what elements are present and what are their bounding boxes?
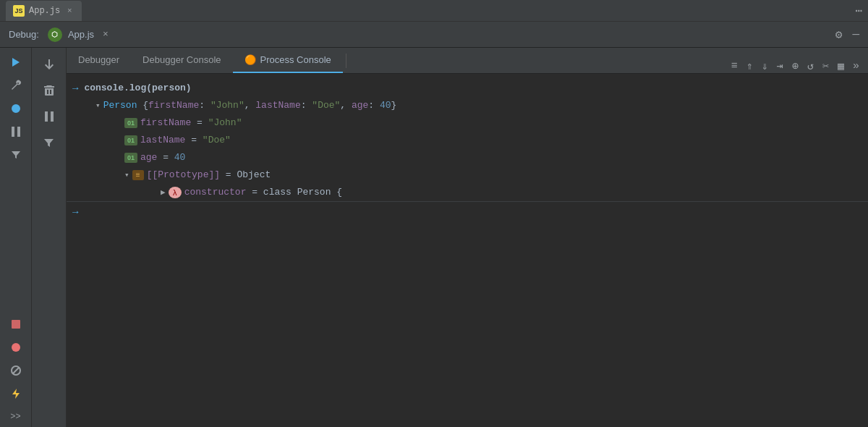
type-badge-lastname: 01 [124, 135, 137, 145]
tab-debugger-console[interactable]: Debugger Console [131, 48, 232, 73]
svg-rect-7 [51, 111, 54, 122]
delete-panel-icon[interactable] [38, 80, 60, 101]
key-age: age [140, 151, 157, 165]
object-preview: { [142, 98, 148, 113]
val-firstname: "John" [208, 116, 242, 130]
console-output: → console.log(person) ▾ Person { firstNa… [67, 74, 868, 427]
cut-icon[interactable]: ✂ [822, 59, 829, 73]
debugger-panel [32, 48, 67, 427]
expand-icon[interactable]: >> [6, 407, 26, 427]
prompt-arrow: → [72, 81, 78, 96]
svg-rect-6 [45, 111, 48, 122]
resume-icon[interactable] [6, 52, 26, 72]
console-input-area: → [67, 201, 868, 222]
grid-icon[interactable]: ▦ [838, 59, 844, 73]
tab-toolbar-icons: ≡ ⇑ ⇓ ⇥ ⊕ ↺ ✂ ▦ » [731, 59, 868, 73]
app-js-tab[interactable]: JS App.js × [6, 1, 82, 21]
lambda-badge: λ [169, 187, 182, 198]
object-root-line: ▾ Person { firstName : "John" , lastName… [67, 97, 868, 114]
type-badge-firstname: 01 [124, 118, 137, 128]
key-constructor: constructor [184, 185, 247, 200]
field-lastname: 01 lastName = "Doe" [67, 132, 868, 149]
constructor-line: ▶ λ constructor = class Person { [67, 184, 868, 201]
left-sidebar: >> [0, 48, 32, 427]
pause-icon[interactable] [6, 122, 26, 142]
object-chevron[interactable]: ▾ [95, 98, 101, 113]
main-layout: >> Debugger Debugger Console 🟠 [0, 48, 868, 427]
prototype-chevron[interactable]: ▾ [124, 168, 129, 182]
hamburger-icon[interactable]: ≡ [731, 60, 738, 72]
svg-rect-2 [12, 320, 20, 329]
key-prototype: [[Prototype]] [147, 168, 220, 182]
pause-panel-icon[interactable] [38, 106, 60, 127]
node-icon: ⬡ [48, 28, 62, 42]
val-lastname: "Doe" [203, 133, 231, 148]
key-firstname: firstName [140, 116, 191, 130]
tab-process-console[interactable]: 🟠 → Process Console [233, 48, 343, 73]
val-constructor: class Person { [263, 185, 342, 200]
debug-tab-close[interactable]: × [103, 29, 109, 40]
key-firstname-preview: firstName [148, 98, 199, 113]
filter-panel-icon[interactable] [38, 132, 60, 153]
proto-badge: ≡ [132, 170, 144, 180]
type-badge-age: 01 [124, 153, 137, 163]
js-file-icon: JS [13, 5, 25, 17]
debug-right-icons: ⚙ — [835, 28, 859, 42]
step-over-icon[interactable] [6, 98, 26, 119]
console-input[interactable] [84, 207, 862, 218]
tab-filename: App.js [29, 6, 60, 16]
command-line: → console.log(person) [67, 80, 868, 97]
svg-rect-0 [12, 127, 14, 137]
slash-icon[interactable] [6, 360, 26, 381]
debug-bar: Debug: ⬡ App.js × ⚙ — [0, 22, 868, 48]
svg-rect-1 [17, 127, 20, 137]
key-lastname: lastName [140, 133, 185, 148]
secondary-tab-bar: Debugger Debugger Console 🟠 → Process Co… [67, 48, 868, 74]
console-area: Debugger Debugger Console 🟠 → Process Co… [67, 48, 868, 427]
scroll-up-icon[interactable]: ⇑ [746, 59, 753, 73]
command-text: console.log(person) [84, 81, 191, 96]
top-right-icons: ⋯ [855, 4, 862, 18]
tab-separator [346, 54, 346, 68]
val-age: 40 [174, 151, 186, 165]
ball-icon[interactable] [6, 337, 26, 358]
more-icon[interactable]: ⋯ [855, 4, 862, 18]
step-down-panel-icon[interactable] [38, 54, 60, 75]
field-firstname: 01 firstName = "John" [67, 114, 868, 132]
lightning-icon[interactable] [6, 384, 26, 404]
debug-label: Debug: [9, 29, 39, 40]
tab-close-button[interactable]: × [64, 6, 75, 16]
prototype-line: ▾ ≡ [[Prototype]] = Object [67, 166, 868, 184]
process-console-text: Process Console [260, 54, 331, 65]
filter-icon[interactable] [6, 145, 26, 165]
clear-icon[interactable]: ⇥ [777, 59, 783, 73]
tab-debugger-console-label: Debugger Console [142, 54, 221, 65]
top-tab-bar: JS App.js × ⋯ [0, 0, 868, 22]
scroll-down-icon[interactable]: ⇓ [762, 59, 768, 73]
input-prompt-arrow: → [72, 206, 78, 218]
val-prototype: Object [237, 168, 271, 182]
process-console-icon: 🟠 [244, 54, 256, 65]
wrench-icon[interactable] [6, 75, 26, 96]
more2-icon[interactable]: » [853, 60, 859, 72]
tab-debugger[interactable]: Debugger [67, 48, 131, 73]
object-type: Person [103, 98, 143, 113]
tab-debugger-label: Debugger [78, 54, 119, 65]
settings-icon[interactable]: ⚙ [835, 28, 843, 42]
refresh-icon[interactable]: ↺ [807, 59, 814, 73]
constructor-chevron[interactable]: ▶ [161, 185, 166, 200]
minimize-icon[interactable]: — [852, 28, 859, 41]
stop-icon[interactable] [6, 314, 26, 334]
settings2-icon[interactable]: ⊕ [792, 59, 799, 73]
svg-line-5 [13, 368, 19, 373]
field-age: 01 age = 40 [67, 149, 868, 166]
svg-point-3 [12, 343, 20, 352]
debug-filename: App.js [68, 29, 94, 40]
